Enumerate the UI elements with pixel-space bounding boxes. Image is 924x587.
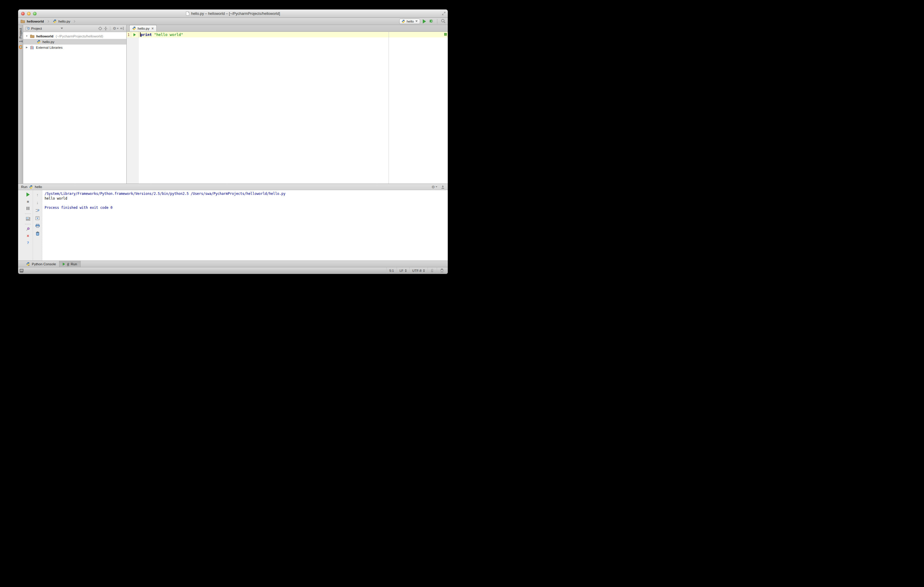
close-tab-icon[interactable]: × bbox=[152, 27, 154, 30]
run-configuration-selector[interactable]: hello bbox=[399, 19, 420, 24]
search-button[interactable] bbox=[441, 19, 446, 24]
run-configuration-name: hello bbox=[407, 20, 414, 23]
libraries-icon bbox=[30, 46, 34, 49]
breadcrumb: helloworld hello.py bbox=[20, 19, 77, 23]
folder-icon bbox=[30, 34, 35, 38]
encoding-widget[interactable]: UTF-8 bbox=[409, 267, 427, 274]
python-icon bbox=[402, 20, 405, 23]
toolbar-separator bbox=[437, 19, 437, 23]
help-button[interactable]: ? bbox=[27, 240, 29, 245]
title-bar[interactable]: hello.py – helloworld – [~/PycharmProjec… bbox=[18, 10, 448, 18]
tree-node-name: helloworld bbox=[36, 35, 53, 38]
chevron-down-icon[interactable] bbox=[61, 28, 63, 29]
console-line-command: /System/Library/Frameworks/Python.framew… bbox=[45, 192, 446, 196]
project-panel: Project ⚙ ▼ helloworld bbox=[23, 25, 127, 184]
scroll-to-source-icon[interactable] bbox=[98, 26, 102, 31]
run-panel-left-gap bbox=[18, 190, 23, 260]
run-panel-content: ■ × ? ↑ ↓ bbox=[18, 190, 448, 260]
tree-row-external-libraries[interactable]: ▶ External Libraries bbox=[23, 44, 126, 50]
close-window-button[interactable] bbox=[21, 12, 25, 15]
project-panel-header: Project ⚙ bbox=[23, 25, 126, 32]
python-file-icon bbox=[132, 26, 136, 30]
tree-node-name: External Libraries bbox=[36, 46, 63, 49]
stop-button[interactable]: ■ bbox=[27, 199, 29, 204]
settings-gear-icon[interactable]: ⚙ bbox=[113, 26, 119, 30]
project-tool-window-button[interactable]: 1: Project bbox=[19, 28, 22, 42]
inspection-status-indicator[interactable] bbox=[444, 33, 447, 36]
tree-row-hello-py[interactable]: hello.py bbox=[23, 39, 126, 44]
pin-tab-button[interactable] bbox=[26, 227, 30, 232]
editor-area: hello.py × 1 print "hello world" bbox=[127, 25, 448, 184]
line-separator-widget[interactable]: LF bbox=[397, 267, 409, 274]
run-line-marker[interactable] bbox=[131, 32, 139, 38]
dock-panel-icon[interactable] bbox=[441, 185, 445, 189]
run-console-output[interactable]: /System/Library/Frameworks/Python.framew… bbox=[42, 190, 448, 260]
code-text: print "hello world" bbox=[140, 32, 183, 37]
navbar-right-toolbar: hello bbox=[399, 19, 446, 24]
minimize-window-button[interactable] bbox=[27, 12, 31, 15]
settings-gear-icon[interactable]: ⚙ bbox=[431, 185, 437, 189]
run-tab[interactable]: 4: Run bbox=[59, 261, 81, 267]
line-number: 1 bbox=[127, 32, 131, 38]
scroll-to-end-button[interactable] bbox=[35, 216, 40, 220]
traffic-lights bbox=[21, 12, 36, 15]
fullscreen-icon[interactable] bbox=[442, 12, 446, 16]
restore-layout-button[interactable] bbox=[26, 216, 30, 221]
tree-collapsed-icon[interactable]: ▶ bbox=[25, 46, 28, 49]
highlighting-level-hector-icon[interactable] bbox=[437, 267, 447, 274]
python-console-tab-label: Python Console bbox=[32, 262, 56, 266]
run-tab-label: 4: Run bbox=[67, 262, 77, 266]
run-button[interactable] bbox=[423, 19, 426, 23]
main-area: 1: Project Project ⚙ bbox=[18, 25, 448, 184]
clear-console-button[interactable] bbox=[36, 231, 40, 236]
tree-expanded-icon[interactable]: ▼ bbox=[25, 35, 28, 38]
chevron-right-icon bbox=[46, 20, 49, 22]
editor-gutter bbox=[127, 32, 139, 184]
caret-position-widget[interactable]: 5:1 bbox=[386, 267, 397, 274]
breadcrumb-item-file[interactable]: hello.py bbox=[59, 20, 71, 23]
collapse-all-icon[interactable] bbox=[104, 26, 107, 31]
tree-row-project-root[interactable]: ▼ helloworld (~/PycharmProjects/hellowor… bbox=[23, 33, 126, 39]
up-stack-trace-button[interactable]: ↑ bbox=[36, 192, 39, 197]
python-console-tab[interactable]: Python Console bbox=[23, 261, 59, 267]
editor-tab-label: hello.py bbox=[138, 27, 150, 30]
pause-output-button[interactable] bbox=[26, 206, 30, 210]
editor-tab-hello-py[interactable]: hello.py × bbox=[129, 25, 157, 31]
python-file-icon bbox=[53, 19, 57, 23]
soft-wrap-button[interactable] bbox=[35, 208, 40, 213]
editor-body[interactable]: 1 print "hello world" bbox=[127, 32, 448, 184]
code-line-1: 1 print "hello world" bbox=[127, 32, 448, 38]
zoom-window-button[interactable] bbox=[33, 12, 36, 15]
breadcrumb-item-project[interactable]: helloworld bbox=[27, 20, 44, 23]
run-arrow-icon bbox=[63, 263, 65, 266]
run-arrow-icon bbox=[134, 33, 136, 36]
run-toolbar-secondary: ↑ ↓ bbox=[33, 190, 42, 260]
chevron-right-icon bbox=[73, 20, 75, 22]
toggle-toolwindow-buttons-icon[interactable] bbox=[20, 267, 23, 274]
document-icon bbox=[186, 11, 190, 16]
project-panel-title[interactable]: Project bbox=[31, 27, 42, 30]
pycharm-window: hello.py – helloworld – [~/PycharmProjec… bbox=[18, 10, 448, 274]
run-panel-config-name: hello bbox=[35, 185, 42, 189]
readonly-lock-icon[interactable] bbox=[427, 267, 437, 274]
print-button[interactable] bbox=[35, 224, 40, 228]
down-stack-trace-button[interactable]: ↓ bbox=[36, 200, 39, 205]
close-panel-button[interactable]: × bbox=[27, 233, 29, 238]
tool-window-stripe: 1: Project bbox=[18, 25, 23, 184]
run-panel-header: Run hello ⚙ bbox=[18, 184, 448, 190]
debug-button[interactable] bbox=[429, 19, 434, 24]
status-bar: 5:1 LF UTF-8 bbox=[18, 267, 448, 274]
pycharm-logo-icon[interactable] bbox=[19, 45, 23, 49]
window-title-wrap: hello.py – helloworld – [~/PycharmProjec… bbox=[18, 11, 448, 16]
toolbar-separator bbox=[25, 224, 31, 224]
python-console-icon bbox=[26, 262, 30, 266]
navigation-bar: helloworld hello.py hello bbox=[18, 18, 448, 25]
tree-node-path: (~/PycharmProjects/helloworld) bbox=[56, 35, 103, 38]
run-tool-window: Run hello ⚙ ■ × bbox=[18, 184, 448, 260]
rerun-button[interactable] bbox=[26, 192, 30, 197]
run-panel-title: Run bbox=[21, 185, 27, 189]
tool-window-bar: Python Console 4: Run bbox=[18, 260, 448, 267]
window-title: hello.py – helloworld – [~/PycharmProjec… bbox=[191, 12, 280, 16]
folder-icon bbox=[20, 19, 25, 23]
hide-panel-icon[interactable] bbox=[120, 26, 124, 30]
